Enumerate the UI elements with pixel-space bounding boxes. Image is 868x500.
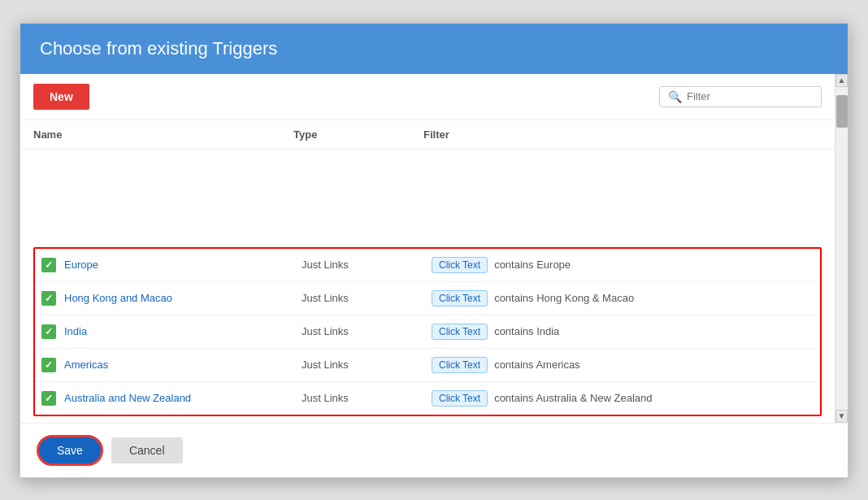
filter-input[interactable] [687,90,813,102]
scrollbar[interactable]: ▲ ▼ [835,74,848,423]
row-name-text: Americas [64,359,108,371]
col-name: Name [33,128,293,141]
save-button[interactable]: Save [37,435,103,466]
row-name: Australia and New Zealand [41,391,302,406]
scroll-track[interactable] [835,87,848,410]
col-type: Type [293,128,423,141]
table-row[interactable]: Americas Just Links Click Text contains … [35,349,820,382]
cancel-button[interactable]: Cancel [111,437,183,463]
row-name: Europe [41,258,302,272]
row-type: Just Links [302,292,432,304]
table-row[interactable]: Europe Just Links Click Text contains Eu… [35,249,820,282]
row-type: Just Links [302,325,432,337]
checkbox-hkm[interactable] [41,291,56,306]
table-row[interactable]: Australia and New Zealand Just Links Cli… [35,382,820,415]
click-text-badge: Click Text [432,324,488,340]
scroll-thumb[interactable] [836,95,848,128]
click-text-badge: Click Text [432,357,488,373]
checkbox-india[interactable] [41,324,56,339]
checkbox-anz[interactable] [41,391,56,406]
row-name-text: Australia and New Zealand [64,392,191,404]
dialog-content: New 🔍 Name Type Filter [20,74,835,423]
row-name-text: India [64,325,87,337]
empty-space [33,150,822,247]
checkbox-europe[interactable] [41,258,56,272]
filter-value: contains Hong Kong & Macao [494,292,634,304]
checkbox-americas[interactable] [41,358,56,372]
table-row[interactable]: Hong Kong and Macao Just Links Click Tex… [35,282,820,315]
filter-value: contains Americas [494,359,580,371]
search-icon: 🔍 [668,90,682,103]
row-filter: Click Text contains Europe [432,257,814,273]
click-text-badge: Click Text [432,257,488,273]
row-filter: Click Text contains Americas [432,357,814,373]
row-type: Just Links [302,392,432,404]
dialog-body: New 🔍 Name Type Filter [20,74,848,423]
dialog-header: Choose from existing Triggers [20,24,848,74]
row-filter: Click Text contains Hong Kong & Macao [432,290,814,307]
new-button[interactable]: New [33,84,89,110]
toolbar: New 🔍 [20,74,835,120]
table-area[interactable]: Europe Just Links Click Text contains Eu… [20,150,835,423]
table-header: Name Type Filter [20,120,835,150]
row-filter: Click Text contains Australia & New Zeal… [432,390,814,407]
table-row[interactable]: India Just Links Click Text contains Ind… [35,315,820,349]
row-name: Hong Kong and Macao [41,291,302,306]
dialog-footer: Save Cancel [20,423,848,477]
click-text-badge: Click Text [432,290,488,307]
row-name: Americas [41,358,302,372]
scroll-up-arrow[interactable]: ▲ [835,74,848,87]
selection-box: Europe Just Links Click Text contains Eu… [33,247,822,416]
row-filter: Click Text contains India [432,324,814,340]
col-filter: Filter [423,128,822,141]
row-name-text: Europe [64,259,98,271]
filter-value: contains Europe [494,259,571,271]
dialog-title: Choose from existing Triggers [40,38,277,59]
row-name: India [41,324,302,339]
filter-input-wrap: 🔍 [659,86,822,107]
scroll-down-arrow[interactable]: ▼ [835,410,848,423]
row-type: Just Links [302,259,432,271]
row-type: Just Links [302,359,432,371]
filter-value: contains India [494,325,559,337]
row-name-text: Hong Kong and Macao [64,292,172,304]
filter-value: contains Australia & New Zealand [494,392,652,404]
click-text-badge: Click Text [432,390,488,407]
dialog: Choose from existing Triggers New 🔍 Name… [20,23,848,478]
